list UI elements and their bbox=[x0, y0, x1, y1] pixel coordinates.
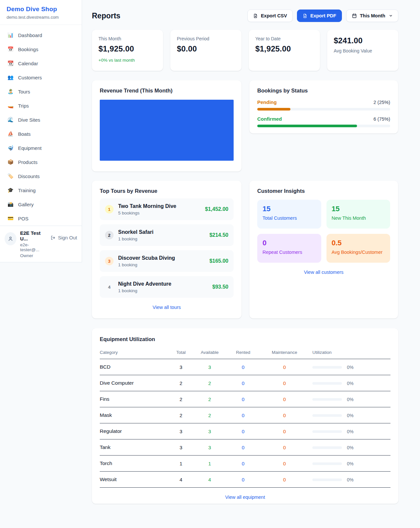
utilization-percent: 0% bbox=[347, 381, 353, 386]
sidebar-item-label: Training bbox=[18, 188, 36, 193]
stat-label: Year to Date bbox=[255, 36, 313, 41]
stat-card-previous-period: Previous Period $0.00 bbox=[170, 30, 242, 71]
card-title: Equipment Utilization bbox=[100, 336, 390, 342]
view-all-tours-link[interactable]: View all tours bbox=[100, 305, 234, 310]
stat-label: Avg Booking Value bbox=[334, 48, 392, 53]
insight-label: New This Month bbox=[332, 215, 385, 221]
sidebar-item-bookings[interactable]: 📅 Bookings bbox=[4, 44, 78, 55]
cell-available: 3 bbox=[197, 423, 223, 439]
cell-total: 3 bbox=[165, 359, 197, 375]
person-icon bbox=[8, 236, 13, 242]
sidebar-item-equipment[interactable]: 🤿 Equipment bbox=[4, 142, 78, 153]
file-download-icon bbox=[253, 13, 258, 18]
card-title: Revenue Trend (This Month) bbox=[100, 88, 234, 94]
cell-maintenance: 0 bbox=[263, 407, 305, 423]
sidebar-item-label: Equipment bbox=[18, 145, 42, 151]
insight-tile: 15 New This Month bbox=[326, 200, 390, 229]
cell-category: Fins bbox=[100, 391, 165, 407]
stat-label: Previous Period bbox=[177, 36, 235, 41]
sidebar-item-boats[interactable]: ⛵ Boats bbox=[4, 128, 78, 139]
sign-out-button[interactable]: Sign Out bbox=[51, 235, 77, 240]
cell-utilization: 0% bbox=[305, 359, 390, 375]
status-label: Pending bbox=[257, 99, 277, 105]
tour-row: 1 Two Tank Morning Dive 5 bookings $1,45… bbox=[100, 198, 234, 220]
bookings-by-status-card: Bookings by Status Pending 2 (25%) Confi… bbox=[249, 80, 398, 133]
sidebar-item-dive-sites[interactable]: 🌊 Dive Sites bbox=[4, 114, 78, 125]
calendar-icon bbox=[352, 13, 357, 18]
cell-category: Mask bbox=[100, 407, 165, 423]
chevron-down-icon bbox=[389, 14, 393, 18]
cell-utilization: 0% bbox=[305, 439, 390, 456]
cell-total: 2 bbox=[165, 375, 197, 391]
cell-rented: 0 bbox=[223, 423, 263, 439]
sidebar-nav: 📊 Dashboard 📅 Bookings 📆 Calendar 👥 Cust… bbox=[0, 25, 82, 229]
sidebar-item-label: Products bbox=[18, 159, 37, 165]
export-csv-button[interactable]: Export CSV bbox=[247, 10, 293, 22]
nav-icon: 🤿 bbox=[7, 145, 14, 151]
table-row: Mask 2 2 0 0 0% bbox=[100, 407, 390, 423]
rank-badge: 4 bbox=[105, 283, 114, 291]
period-label: This Month bbox=[360, 13, 385, 18]
utilization-percent: 0% bbox=[347, 413, 353, 418]
stat-card-this-month: This Month $1,925.00 +0% vs last month bbox=[92, 30, 163, 71]
view-all-equipment-link[interactable]: View all equipment bbox=[100, 495, 390, 500]
insight-label: Total Customers bbox=[262, 215, 316, 221]
sidebar-item-trips[interactable]: 🚤 Trips bbox=[4, 100, 78, 111]
utilization-percent: 0% bbox=[347, 365, 353, 370]
sidebar-item-training[interactable]: 🎓 Training bbox=[4, 185, 78, 196]
view-all-customers-link[interactable]: View all customers bbox=[257, 270, 390, 275]
period-dropdown[interactable]: This Month bbox=[346, 10, 398, 22]
cell-utilization: 0% bbox=[305, 375, 390, 391]
cell-rented: 0 bbox=[223, 472, 263, 488]
tour-bookings: 1 booking bbox=[118, 262, 175, 267]
sidebar-item-customers[interactable]: 👥 Customers bbox=[4, 72, 78, 83]
user-info: E2E Test U... e2e-tester@... Owner bbox=[20, 230, 47, 258]
sidebar-item-label: Gallery bbox=[18, 202, 34, 207]
page-header: Reports Export CSV Export PDF bbox=[92, 10, 398, 22]
status-bar-fill bbox=[257, 108, 290, 111]
tour-info: Snorkel Safari 1 booking bbox=[118, 229, 154, 241]
sidebar-item-label: Discounts bbox=[18, 173, 40, 179]
tour-bookings: 5 bookings bbox=[118, 211, 176, 215]
user-role: Owner bbox=[20, 253, 47, 258]
table-row: Dive Computer 2 2 0 0 0% bbox=[100, 375, 390, 391]
nav-icon: 📅 bbox=[7, 46, 14, 52]
cell-total: 2 bbox=[165, 391, 197, 407]
insight-value: 0.5 bbox=[332, 239, 385, 247]
sidebar-item-products[interactable]: 📦 Products bbox=[4, 156, 78, 168]
sidebar-item-tours[interactable]: 🏝️ Tours bbox=[4, 86, 78, 97]
table-row: Wetsuit 4 4 0 0 0% bbox=[100, 472, 390, 488]
sidebar-item-discounts[interactable]: 🏷️ Discounts bbox=[4, 171, 78, 182]
cell-utilization: 0% bbox=[305, 423, 390, 439]
cell-category: Regulator bbox=[100, 423, 165, 439]
cell-rented: 0 bbox=[223, 375, 263, 391]
insight-label: Repeat Customers bbox=[262, 250, 316, 255]
sidebar-item-gallery[interactable]: 📸 Gallery bbox=[4, 199, 78, 210]
sidebar-item-pos[interactable]: 💳 POS bbox=[4, 213, 78, 224]
status-bar-fill bbox=[257, 125, 357, 127]
col-total: Total bbox=[165, 347, 197, 359]
sidebar-item-calendar[interactable]: 📆 Calendar bbox=[4, 58, 78, 69]
tour-row: 4 Night Dive Adventure 1 booking $93.50 bbox=[100, 276, 234, 298]
insight-tile: 15 Total Customers bbox=[257, 200, 321, 229]
cell-category: Tank bbox=[100, 439, 165, 456]
utilization-percent: 0% bbox=[347, 445, 353, 450]
utilization-percent: 0% bbox=[347, 397, 353, 402]
status-line: Confirmed 6 (75%) bbox=[257, 116, 390, 122]
insight-tile: 0.5 Avg Bookings/Customer bbox=[326, 234, 390, 263]
table-row: Torch 1 1 0 0 0% bbox=[100, 456, 390, 472]
equipment-table-header: Category Total Available Rented Maintena… bbox=[100, 347, 390, 359]
utilization-bar-track bbox=[312, 430, 342, 433]
insight-value: 15 bbox=[332, 205, 385, 213]
sidebar-item-dashboard[interactable]: 📊 Dashboard bbox=[4, 30, 78, 41]
export-pdf-button[interactable]: Export PDF bbox=[297, 10, 342, 22]
sidebar-item-label: Bookings bbox=[18, 47, 38, 52]
cell-total: 3 bbox=[165, 423, 197, 439]
tour-revenue: $1,452.00 bbox=[205, 206, 228, 212]
insight-tiles: 15 Total Customers 15 New This Month 0 R… bbox=[257, 200, 390, 263]
stat-value: $241.00 bbox=[334, 36, 392, 45]
cell-maintenance: 0 bbox=[263, 472, 305, 488]
cell-maintenance: 0 bbox=[263, 359, 305, 375]
equipment-table: Category Total Available Rented Maintena… bbox=[100, 347, 390, 488]
card-title: Customer Insights bbox=[257, 188, 390, 194]
